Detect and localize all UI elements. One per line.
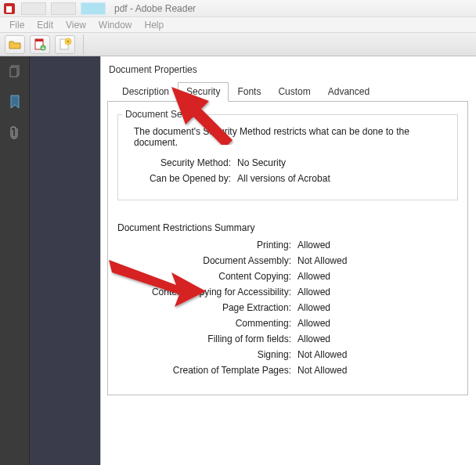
menu-window[interactable]: Window: [92, 18, 139, 32]
window-thumb: [21, 2, 46, 15]
restriction-label: Document Assembly:: [117, 255, 298, 266]
restriction-label: Commenting:: [117, 318, 298, 329]
restriction-value: Allowed: [298, 333, 330, 344]
restriction-row: Filling of form fields:Allowed: [117, 333, 458, 344]
restriction-label: Printing:: [117, 240, 298, 251]
restriction-label: Content Copying:: [117, 271, 298, 282]
restrictions-title: Document Restrictions Summary: [117, 222, 458, 233]
attachment-icon[interactable]: [9, 125, 21, 141]
restriction-row: Content Copying:Allowed: [117, 271, 458, 282]
bookmark-icon[interactable]: [9, 94, 21, 110]
title-bar: pdf - Adobe Reader: [0, 0, 476, 17]
restriction-row: Printing:Allowed: [117, 240, 458, 251]
dialog-title: Document Properties: [107, 61, 468, 81]
restriction-value: Not Allowed: [298, 365, 347, 376]
restriction-value: Allowed: [298, 318, 330, 329]
pages-icon[interactable]: [8, 64, 22, 78]
window-title: pdf - Adobe Reader: [114, 3, 196, 14]
window-thumb-active: [81, 2, 106, 15]
document-security-group: The document's Security Method restricts…: [117, 114, 458, 200]
restriction-label: Signing:: [117, 349, 298, 360]
restriction-value: Allowed: [298, 271, 330, 282]
toolbar-divider: [83, 34, 84, 55]
menu-help[interactable]: Help: [139, 18, 171, 32]
tab-body: Document Security The document's Securit…: [107, 101, 468, 395]
toolbar: [0, 33, 476, 56]
restriction-value: Not Allowed: [298, 255, 347, 266]
window-thumb: [51, 2, 76, 15]
security-method-label: Security Method:: [128, 157, 237, 168]
security-method-value: No Security: [237, 157, 286, 168]
restriction-value: Allowed: [298, 240, 330, 251]
restrictions-list: Printing:AllowedDocument Assembly:Not Al…: [117, 240, 458, 376]
tab-advanced[interactable]: Advanced: [319, 82, 378, 102]
restriction-row: Page Extraction:Allowed: [117, 302, 458, 313]
restriction-label: Filling of form fields:: [117, 333, 298, 344]
restriction-label: Creation of Template Pages:: [117, 365, 298, 376]
security-description: The document's Security Method restricts…: [134, 126, 448, 148]
open-button[interactable]: [5, 35, 25, 54]
restriction-row: Content Copying for Accessibility:Allowe…: [117, 287, 458, 297]
document-properties-dialog: Document Properties Description Security…: [100, 56, 476, 465]
restriction-row: Commenting:Allowed: [117, 318, 458, 329]
save-pdf-button[interactable]: [30, 35, 50, 54]
new-document-button[interactable]: [55, 35, 75, 54]
opened-by-label: Can be Opened by:: [128, 173, 237, 184]
side-panel: [0, 56, 30, 465]
restriction-label: Content Copying for Accessibility:: [117, 287, 298, 297]
tab-security[interactable]: Security: [178, 82, 229, 102]
restriction-row: Document Assembly:Not Allowed: [117, 255, 458, 266]
opened-by-value: All versions of Acrobat: [237, 173, 330, 184]
tab-description[interactable]: Description: [114, 82, 178, 102]
restriction-row: Creation of Template Pages:Not Allowed: [117, 365, 458, 376]
svg-rect-2: [6, 5, 12, 6]
dialog-tabs: Description Security Fonts Custom Advanc…: [114, 82, 468, 102]
tab-custom[interactable]: Custom: [269, 82, 319, 102]
menu-edit[interactable]: Edit: [31, 18, 60, 32]
restriction-label: Page Extraction:: [117, 302, 298, 313]
restriction-value: Allowed: [298, 287, 330, 297]
document-area: [30, 56, 100, 465]
menu-file[interactable]: File: [3, 18, 31, 32]
restriction-value: Not Allowed: [298, 349, 347, 360]
menu-view[interactable]: View: [60, 18, 92, 32]
menu-bar: File Edit View Window Help: [0, 17, 476, 33]
app-icon: [3, 2, 16, 15]
svg-rect-9: [10, 67, 17, 77]
restriction-row: Signing:Not Allowed: [117, 349, 458, 360]
group-label-security: Document Security: [122, 109, 207, 120]
restriction-value: Allowed: [298, 302, 330, 313]
tab-fonts[interactable]: Fonts: [229, 82, 269, 102]
svg-rect-4: [35, 39, 43, 41]
